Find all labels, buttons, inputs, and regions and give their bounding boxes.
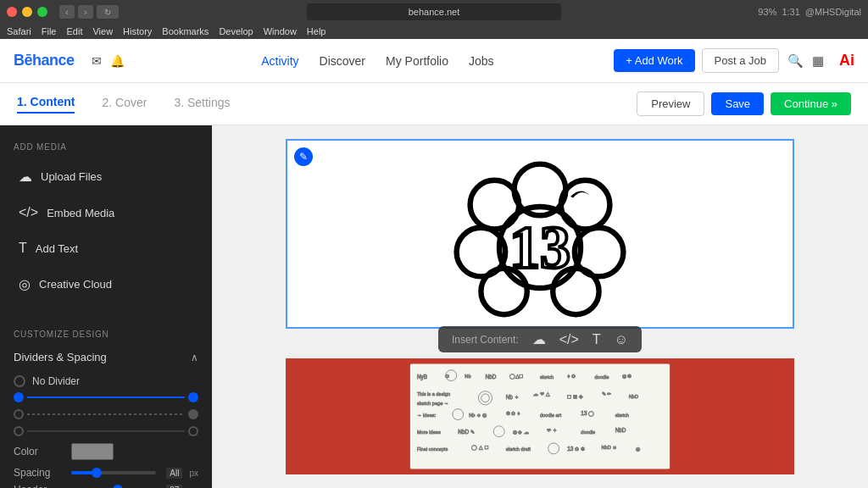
nav-buttons: ‹ › ↻ bbox=[59, 5, 119, 19]
mail-icon[interactable]: ✉ bbox=[92, 54, 102, 68]
embed-icon: </> bbox=[19, 205, 38, 220]
divider-style-2[interactable] bbox=[14, 409, 198, 419]
menu-history[interactable]: History bbox=[123, 26, 152, 36]
svg-text:sketch: sketch bbox=[615, 413, 629, 418]
canvas-block-art: ✎ bbox=[286, 139, 794, 329]
time-text: 1:31 bbox=[782, 7, 799, 17]
behance-nav-icons: ✉ 🔔 bbox=[92, 54, 125, 68]
behance-logo: Bēhance bbox=[14, 52, 75, 69]
divider-outline-1 bbox=[14, 409, 24, 419]
search-icon[interactable]: 🔍 bbox=[787, 53, 804, 69]
svg-text:NyB: NyB bbox=[417, 374, 427, 380]
svg-text:Nb: Nb bbox=[465, 374, 470, 379]
menu-window[interactable]: Window bbox=[264, 26, 297, 36]
divider-circle-filled bbox=[14, 392, 24, 402]
user-text: @MHSDigital bbox=[805, 7, 861, 17]
add-work-button[interactable]: + Add Work bbox=[614, 49, 694, 72]
title-bar-center: behance.net bbox=[307, 3, 561, 20]
text-icon: T bbox=[19, 241, 27, 256]
url-bar[interactable]: behance.net bbox=[307, 3, 561, 20]
svg-text:☁ ❤ △: ☁ ❤ △ bbox=[533, 391, 550, 396]
sidebar-item-embed[interactable]: </> Embed Media bbox=[14, 198, 198, 227]
color-swatch[interactable] bbox=[71, 443, 114, 460]
left-sidebar: ADD MEDIA ☁ Upload Files </> Embed Media… bbox=[0, 125, 212, 488]
divider-line-dotted bbox=[27, 413, 185, 415]
nav-discover[interactable]: Discover bbox=[320, 54, 365, 68]
behance-nav: Bēhance ✉ 🔔 Activity Discover My Portfol… bbox=[0, 39, 868, 83]
svg-text:NbD ☺: NbD ☺ bbox=[602, 445, 618, 450]
divider-end-filled bbox=[188, 392, 198, 402]
adobe-logo: Ai bbox=[839, 52, 854, 69]
dividers-spacing-item[interactable]: Dividers & Spacing ∧ bbox=[14, 346, 198, 369]
insert-content-bar: Insert Content: ☁ </> T ☺ bbox=[438, 326, 642, 352]
sidebar-item-upload[interactable]: ☁ Upload Files bbox=[14, 162, 198, 191]
behance-nav-actions: + Add Work Post a Job bbox=[614, 48, 779, 73]
svg-text:✎ ✑: ✎ ✑ bbox=[602, 391, 612, 396]
divider-style-3[interactable] bbox=[14, 426, 198, 436]
main-layout: ADD MEDIA ☁ Upload Files </> Embed Media… bbox=[0, 125, 868, 488]
edit-icon-button[interactable]: ✎ bbox=[294, 147, 313, 166]
upload-icon: ☁ bbox=[19, 169, 32, 185]
chevron-up-icon: ∧ bbox=[191, 352, 198, 363]
divider-line-light bbox=[27, 430, 185, 432]
step-content[interactable]: 1. Content bbox=[17, 95, 75, 114]
nav-activity[interactable]: Activity bbox=[261, 54, 298, 68]
no-divider-radio[interactable] bbox=[14, 375, 25, 387]
step-settings[interactable]: 3. Settings bbox=[174, 96, 230, 113]
svg-text:NbD: NbD bbox=[629, 394, 638, 399]
svg-text:❤ ✧: ❤ ✧ bbox=[547, 427, 557, 433]
step-cover[interactable]: 2. Cover bbox=[102, 96, 147, 113]
menu-edit[interactable]: Edit bbox=[66, 26, 82, 36]
divider-outline-2 bbox=[188, 409, 198, 419]
preview-button[interactable]: Preview bbox=[637, 92, 704, 116]
nav-portfolio[interactable]: My Portfolio bbox=[386, 54, 448, 68]
spacing-slider-track[interactable] bbox=[71, 471, 156, 474]
menu-safari[interactable]: Safari bbox=[7, 26, 31, 36]
back-button[interactable]: ‹ bbox=[59, 5, 75, 19]
insert-code-icon[interactable]: </> bbox=[559, 332, 579, 347]
menu-view[interactable]: View bbox=[92, 26, 113, 36]
header-value: 27 bbox=[166, 485, 182, 489]
nav-jobs[interactable]: Jobs bbox=[469, 54, 494, 68]
grid-icon[interactable]: ▦ bbox=[812, 53, 824, 69]
spacing-controls: No Divider bbox=[14, 369, 198, 488]
safari-menu: Safari File Edit View History Bookmarks … bbox=[0, 24, 868, 39]
continue-button[interactable]: Continue » bbox=[771, 92, 851, 115]
svg-text:13 ✿ ❋: 13 ✿ ❋ bbox=[567, 446, 585, 452]
svg-text:☺: ☺ bbox=[444, 373, 450, 379]
spacing-unit: px bbox=[189, 469, 198, 478]
post-job-button[interactable]: Post a Job bbox=[702, 48, 779, 73]
close-button[interactable] bbox=[7, 7, 17, 17]
title-bar-right: 93% 1:31 @MHSDigital bbox=[758, 7, 861, 17]
svg-text:sketch draft: sketch draft bbox=[506, 446, 531, 452]
menu-help[interactable]: Help bbox=[307, 26, 326, 36]
spacing-slider-thumb[interactable] bbox=[92, 468, 102, 478]
menu-file[interactable]: File bbox=[42, 26, 57, 36]
divider-line-solid bbox=[27, 396, 185, 398]
bell-icon[interactable]: 🔔 bbox=[110, 54, 125, 68]
header-slider-thumb[interactable] bbox=[113, 485, 123, 488]
minimize-button[interactable] bbox=[22, 7, 32, 17]
menu-develop[interactable]: Develop bbox=[219, 26, 253, 36]
embed-label: Embed Media bbox=[47, 207, 114, 219]
menu-bookmarks[interactable]: Bookmarks bbox=[162, 26, 209, 36]
refresh-button[interactable]: ↻ bbox=[97, 5, 119, 19]
svg-text:sketch page →: sketch page → bbox=[417, 401, 449, 406]
sidebar-item-text[interactable]: T Add Text bbox=[14, 234, 198, 263]
divider-style-1[interactable] bbox=[14, 392, 198, 402]
url-text: behance.net bbox=[409, 7, 460, 17]
svg-text:NbD: NbD bbox=[486, 374, 497, 380]
sidebar-item-cloud[interactable]: ◎ Creative Cloud bbox=[14, 269, 198, 299]
forward-button[interactable]: › bbox=[78, 5, 93, 19]
save-button[interactable]: Save bbox=[711, 92, 764, 115]
insert-face-icon[interactable]: ☺ bbox=[615, 332, 628, 347]
svg-text:doodle art: doodle art bbox=[540, 413, 561, 418]
divider-outline-4 bbox=[188, 426, 198, 436]
svg-text:◎ ◈ ☁: ◎ ◈ ☁ bbox=[513, 430, 529, 435]
divider-outline-3 bbox=[14, 426, 24, 436]
insert-text-icon[interactable]: T bbox=[593, 332, 601, 347]
insert-upload-icon[interactable]: ☁ bbox=[532, 331, 546, 347]
no-divider-option[interactable]: No Divider bbox=[14, 375, 198, 387]
header-unit: px bbox=[189, 485, 198, 489]
maximize-button[interactable] bbox=[37, 7, 47, 17]
